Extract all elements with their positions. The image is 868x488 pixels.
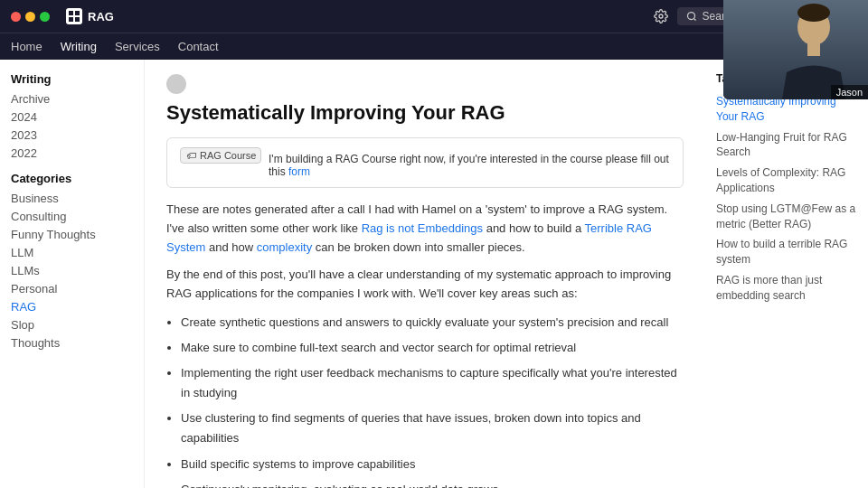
link-rag-not-embeddings[interactable]: Rag is not Embeddings (362, 221, 483, 235)
sidebar-item-personal[interactable]: Personal (11, 281, 133, 296)
article-title: Systematically Improving Your RAG (166, 101, 684, 125)
sidebar-section-title: Writing (11, 72, 133, 86)
svg-point-5 (687, 13, 694, 20)
tag-icon: 🏷 (186, 150, 196, 161)
minimize-button[interactable] (25, 12, 35, 22)
bullet-list: Create synthetic questions and answers t… (181, 313, 684, 488)
main-layout: Writing Archive 2024 2023 2022 Categorie… (0, 60, 868, 488)
author-avatar (166, 74, 186, 94)
logo-text: RAG (88, 10, 114, 23)
svg-point-10 (797, 4, 830, 22)
rag-banner-tag: 🏷 RAG Course (180, 147, 261, 164)
bullet-4: Use clustering to find segments of queri… (181, 408, 684, 448)
paragraph-1: These are notes generated after a call I… (166, 201, 684, 257)
paragraph-2: By the end of this post, you'll have a c… (166, 266, 684, 304)
close-button[interactable] (11, 12, 21, 22)
svg-rect-11 (807, 43, 820, 56)
window-controls (11, 12, 50, 22)
settings-icon[interactable] (654, 9, 668, 23)
bullet-2: Make sure to combine full-text search an… (181, 338, 684, 358)
svg-rect-1 (75, 11, 80, 15)
sidebar-item-llm[interactable]: LLM (11, 245, 133, 260)
sidebar-item-2023[interactable]: 2023 (11, 127, 133, 143)
svg-rect-0 (69, 11, 73, 15)
sidebar-item-thoughts[interactable]: Thoughts (11, 335, 133, 351)
maximize-button[interactable] (40, 12, 50, 22)
svg-rect-2 (69, 17, 73, 22)
sidebar-item-business[interactable]: Business (11, 191, 133, 206)
sidebar-item-slop[interactable]: Slop (11, 317, 133, 333)
toc-item-2[interactable]: Levels of Complexity: RAG Applications (716, 165, 857, 196)
toc-item-4[interactable]: How to build a terrible RAG system (716, 237, 857, 267)
nav-services[interactable]: Services (115, 40, 160, 53)
svg-line-6 (693, 18, 695, 20)
article-content: Systematically Improving Your RAG 🏷 RAG … (145, 60, 705, 488)
toc-item-1[interactable]: Low-Hanging Fruit for RAG Search (716, 130, 857, 161)
webcam-overlay: Jason (723, 0, 868, 99)
rag-banner: 🏷 RAG Course I'm building a RAG Course r… (166, 137, 684, 188)
sidebar-item-archive[interactable]: Archive (11, 91, 133, 107)
nav-contact[interactable]: Contact (178, 40, 219, 53)
banner-text: I'm building a RAG Course right now, if … (269, 153, 670, 178)
sidebar-item-funny-thoughts[interactable]: Funny Thoughts (11, 227, 133, 242)
banner-link[interactable]: form (288, 165, 310, 178)
toc-item-3[interactable]: Stop using LGTM@Few as a metric (Better … (716, 202, 857, 232)
sidebar: Writing Archive 2024 2023 2022 Categorie… (0, 60, 145, 488)
bullet-5: Build specific systems to improve capabi… (181, 455, 684, 474)
nav-writing[interactable]: Writing (61, 40, 97, 53)
table-of-contents: Table of contents Systematically Improvi… (705, 60, 868, 488)
webcam-name-label: Jason (831, 85, 868, 99)
toc-item-5[interactable]: RAG is more than just embedding search (716, 273, 857, 304)
sidebar-categories-label: Categories (11, 172, 133, 185)
site-logo[interactable]: RAG (66, 8, 114, 24)
bullet-1: Create synthetic questions and answers t… (181, 313, 684, 333)
svg-point-4 (659, 14, 663, 18)
sidebar-item-llms[interactable]: LLMs (11, 263, 133, 278)
svg-rect-3 (75, 17, 80, 22)
sidebar-item-2022[interactable]: 2022 (11, 145, 133, 161)
bullet-3: Implementing the right user feedback mec… (181, 363, 684, 403)
sidebar-item-2024[interactable]: 2024 (11, 109, 133, 125)
sidebar-item-consulting[interactable]: Consulting (11, 209, 133, 224)
sidebar-item-rag[interactable]: RAG (11, 299, 133, 314)
link-complexity[interactable]: complexity (257, 240, 312, 254)
logo-icon (66, 8, 82, 24)
bullet-6: Continuously monitoring, evaluating as r… (181, 480, 684, 488)
nav-home[interactable]: Home (11, 40, 42, 53)
